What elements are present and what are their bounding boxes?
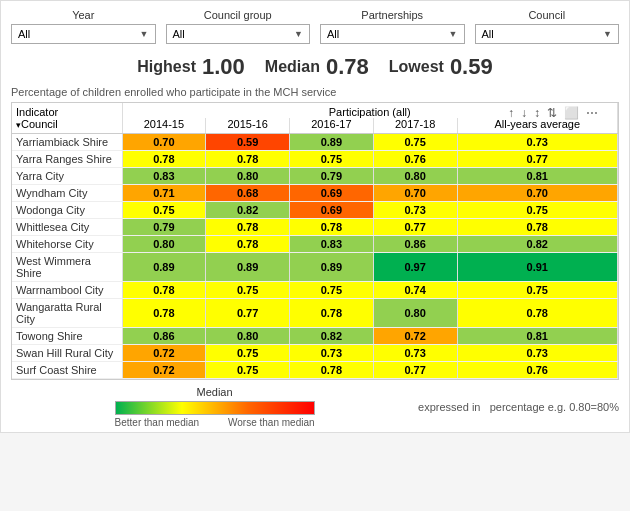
council-name-4[interactable]: Wodonga City	[12, 202, 122, 219]
expand-icon[interactable]: ⬜	[562, 105, 581, 121]
avg-cell-11: 0.73	[457, 345, 618, 362]
cell-2-1: 0.80	[206, 168, 290, 185]
filter-select-1[interactable]: All ▼	[166, 24, 311, 44]
legend-median-label: Median	[197, 386, 233, 398]
council-name-6[interactable]: Whitehorse City	[12, 236, 122, 253]
cell-7-2: 0.89	[290, 253, 374, 282]
cell-0-2: 0.89	[290, 134, 374, 151]
more-icon[interactable]: ⋯	[584, 105, 600, 121]
col-2016-17[interactable]: 2016-17	[290, 118, 374, 134]
legend: Median Better than median Worse than med…	[1, 380, 629, 432]
cell-4-3: 0.73	[373, 202, 457, 219]
filter-select-2[interactable]: All ▼	[320, 24, 465, 44]
filter-value-2: All	[327, 28, 339, 40]
cell-9-3: 0.80	[373, 299, 457, 328]
cell-12-2: 0.78	[290, 362, 374, 379]
cell-3-3: 0.70	[373, 185, 457, 202]
avg-cell-1: 0.77	[457, 151, 618, 168]
table-row: Surf Coast Shire0.720.750.780.770.76	[12, 362, 618, 379]
filter-icon[interactable]: ⇅	[545, 105, 559, 121]
council-name-0[interactable]: Yarriambiack Shire	[12, 134, 122, 151]
table-row: Whittlesea City0.790.780.780.770.78	[12, 219, 618, 236]
cell-1-3: 0.76	[373, 151, 457, 168]
council-name-5[interactable]: Whittlesea City	[12, 219, 122, 236]
cell-11-1: 0.75	[206, 345, 290, 362]
lowest-label: Lowest	[389, 58, 444, 76]
cell-4-2: 0.69	[290, 202, 374, 219]
council-sub-header[interactable]: ▾ Council	[12, 118, 122, 134]
cell-8-3: 0.74	[373, 282, 457, 299]
filter-group-partnerships: Partnerships All ▼	[320, 9, 465, 44]
avg-cell-12: 0.76	[457, 362, 618, 379]
table-row: Yarriambiack Shire0.700.590.890.750.73	[12, 134, 618, 151]
highest-label: Highest	[137, 58, 196, 76]
avg-cell-4: 0.75	[457, 202, 618, 219]
council-name-11[interactable]: Swan Hill Rural City	[12, 345, 122, 362]
expressed-label: expressed in	[418, 401, 480, 413]
sort-asc-icon[interactable]: ↑	[506, 105, 516, 121]
avg-cell-10: 0.81	[457, 328, 618, 345]
cell-6-3: 0.86	[373, 236, 457, 253]
cell-2-0: 0.83	[122, 168, 206, 185]
main-container: Year All ▼ Council group All ▼ Partnersh…	[0, 0, 630, 433]
cell-7-1: 0.89	[206, 253, 290, 282]
council-name-7[interactable]: West Wimmera Shire	[12, 253, 122, 282]
median-label: Median	[265, 58, 320, 76]
avg-cell-3: 0.70	[457, 185, 618, 202]
col-2015-16[interactable]: 2015-16	[206, 118, 290, 134]
table-row: Warrnambool City0.780.750.750.740.75	[12, 282, 618, 299]
sort-both-icon[interactable]: ↕	[532, 105, 542, 121]
cell-3-0: 0.71	[122, 185, 206, 202]
indicator-header[interactable]: Indicator	[12, 103, 122, 118]
data-table-wrapper: ↑ ↓ ↕ ⇅ ⬜ ⋯ Indicator Participation (all…	[11, 102, 619, 380]
cell-6-2: 0.83	[290, 236, 374, 253]
col-2017-18[interactable]: 2017-18	[373, 118, 457, 134]
cell-5-2: 0.78	[290, 219, 374, 236]
council-name-9[interactable]: Wangaratta Rural City	[12, 299, 122, 328]
cell-0-3: 0.75	[373, 134, 457, 151]
cell-0-1: 0.59	[206, 134, 290, 151]
filter-group-council-group: Council group All ▼	[166, 9, 311, 44]
cell-1-2: 0.75	[290, 151, 374, 168]
cell-6-1: 0.78	[206, 236, 290, 253]
council-name-3[interactable]: Wyndham City	[12, 185, 122, 202]
cell-1-1: 0.78	[206, 151, 290, 168]
table-scroll[interactable]: Indicator Participation (all) ▾ Council …	[12, 103, 618, 379]
council-name-10[interactable]: Towong Shire	[12, 328, 122, 345]
avg-cell-5: 0.78	[457, 219, 618, 236]
cell-12-1: 0.75	[206, 362, 290, 379]
filter-chevron-0: ▼	[140, 29, 149, 39]
sort-desc-icon[interactable]: ↓	[519, 105, 529, 121]
data-table: Indicator Participation (all) ▾ Council …	[12, 103, 618, 379]
filter-value-3: All	[482, 28, 494, 40]
table-row: Towong Shire0.860.800.820.720.81	[12, 328, 618, 345]
table-row: West Wimmera Shire0.890.890.890.970.91	[12, 253, 618, 282]
filter-label-2: Partnerships	[320, 9, 465, 21]
council-name-12[interactable]: Surf Coast Shire	[12, 362, 122, 379]
table-row: Yarra Ranges Shire0.780.780.750.760.77	[12, 151, 618, 168]
avg-cell-0: 0.73	[457, 134, 618, 151]
avg-cell-8: 0.75	[457, 282, 618, 299]
cell-8-0: 0.78	[122, 282, 206, 299]
filter-label-1: Council group	[166, 9, 311, 21]
cell-9-1: 0.77	[206, 299, 290, 328]
council-name-1[interactable]: Yarra Ranges Shire	[12, 151, 122, 168]
table-row: Yarra City0.830.800.790.800.81	[12, 168, 618, 185]
table-body: Yarriambiack Shire0.700.590.890.750.73Ya…	[12, 134, 618, 379]
council-name-8[interactable]: Warrnambool City	[12, 282, 122, 299]
filter-value-0: All	[18, 28, 30, 40]
filter-select-0[interactable]: All ▼	[11, 24, 156, 44]
filter-label-0: Year	[11, 9, 156, 21]
cell-9-2: 0.78	[290, 299, 374, 328]
cell-7-3: 0.97	[373, 253, 457, 282]
avg-cell-6: 0.82	[457, 236, 618, 253]
cell-11-2: 0.73	[290, 345, 374, 362]
filter-select-3[interactable]: All ▼	[475, 24, 620, 44]
lowest-value: 0.59	[450, 54, 493, 80]
stats-row: Highest 1.00 Median 0.78 Lowest 0.59	[1, 48, 629, 84]
filter-chevron-1: ▼	[294, 29, 303, 39]
table-row: Wangaratta Rural City0.780.770.780.800.7…	[12, 299, 618, 328]
council-name-2[interactable]: Yarra City	[12, 168, 122, 185]
col-2014-15[interactable]: 2014-15	[122, 118, 206, 134]
cell-9-0: 0.78	[122, 299, 206, 328]
